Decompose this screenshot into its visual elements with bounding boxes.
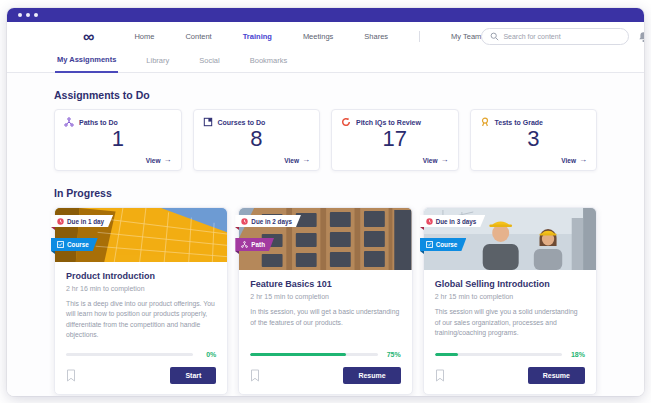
main-content: Assignments to Do Paths to Do 1 View → [7,73,644,396]
stat-count: 3 [480,127,588,150]
nav-item-training[interactable]: Training [243,32,272,41]
course-title[interactable]: Product Introduction [66,271,216,281]
course-duration: 2 hr 15 min to completion [435,293,585,300]
course-description: This is a deep dive into our product off… [66,299,216,341]
course-title[interactable]: Global Selling Introduction [435,279,585,289]
arrow-right-icon: → [164,156,172,164]
course-description: This session will give you a solid under… [435,307,585,339]
arrow-right-icon: → [441,156,449,164]
course-card-global-selling[interactable]: Due in 3 days Course Global Selling Intr… [423,207,597,395]
nav-divider [419,31,420,42]
ribbon-fold [51,251,55,254]
search-box[interactable] [481,28,629,45]
ribbon-fold [235,227,239,230]
tab-bookmarks[interactable]: Bookmarks [248,56,290,72]
nav-item-my-team[interactable]: My Team [451,32,481,41]
progress-track [435,353,562,356]
window-titlebar [7,8,644,22]
arrow-right-icon: → [302,156,310,164]
course-card-row: Due in 1 day Course Product Introduction… [54,207,597,396]
view-link[interactable]: View → [146,156,172,164]
path-type-badge: Path [235,238,274,251]
bookmark-icon[interactable] [66,369,76,382]
bookmark-icon[interactable] [250,369,260,382]
assignments-heading: Assignments to Do [54,89,597,101]
clock-icon [241,218,248,225]
ribbon-fold [51,227,55,230]
nav-right: AS Alexa [481,28,644,45]
refresh-icon [341,117,351,127]
progress-fill [435,353,458,356]
tab-my-assignments[interactable]: My Assignments [55,55,118,73]
progress-row: 0% [66,341,216,358]
stat-card-tests[interactable]: Tests to Grade 3 View → [470,109,598,171]
start-button[interactable]: Start [170,367,216,384]
course-card-product-introduction[interactable]: Due in 1 day Course Product Introduction… [54,207,228,395]
arrow-right-icon: → [579,156,587,164]
resume-button[interactable]: Resume [343,367,400,384]
course-card-feature-basics[interactable]: Due in 2 days Path Feature Basics 101 2 … [238,207,412,395]
stat-card-courses[interactable]: Courses to Do 8 View → [193,109,321,171]
stat-label: Paths to Do [79,119,118,126]
ribbon-fold [235,251,239,254]
progress-row: 18% [435,341,585,358]
tab-bar: My Assignments Library Social Bookmarks [7,51,644,73]
resume-button[interactable]: Resume [528,367,585,384]
ribbon-fold [420,227,424,230]
search-input[interactable] [503,33,620,40]
progress-fill [250,353,345,356]
stat-label: Tests to Grade [495,119,544,126]
due-badge: Due in 2 days [235,215,301,227]
view-link[interactable]: View → [561,156,587,164]
nav-item-shares[interactable]: Shares [364,32,388,41]
progress-percent: 75% [384,351,401,358]
tab-social[interactable]: Social [197,56,221,72]
due-badge: Due in 1 day [51,215,113,227]
course-icon [203,117,213,127]
notification-bell-icon[interactable] [638,31,644,43]
stat-card-row: Paths to Do 1 View → Courses to Do 8 [54,109,597,171]
nav-item-home[interactable]: Home [134,32,154,41]
ribbon-fold [420,251,424,254]
progress-track [250,353,377,356]
stat-card-paths[interactable]: Paths to Do 1 View → [54,109,182,171]
progress-percent: 0% [199,351,216,358]
progress-percent: 18% [568,351,585,358]
nav-item-meetings[interactable]: Meetings [303,32,333,41]
clock-icon [57,218,64,225]
brand-logo-icon[interactable]: ∞ [83,30,94,44]
course-type-badge: Course [420,238,467,251]
stat-count: 8 [203,127,311,150]
browser-window: ∞ Home Content Training Meetings Shares … [7,8,644,396]
stat-count: 1 [64,127,172,150]
tab-library[interactable]: Library [144,56,171,72]
nav-menu: Home Content Training Meetings Shares My… [134,31,481,42]
trophy-icon [480,117,490,127]
progress-row: 75% [250,341,400,358]
window-dot-icon[interactable] [26,13,30,17]
course-check-icon [57,241,64,248]
top-nav: ∞ Home Content Training Meetings Shares … [7,22,644,51]
nav-item-content[interactable]: Content [185,32,211,41]
view-link[interactable]: View → [423,156,449,164]
bookmark-icon[interactable] [435,369,445,382]
course-duration: 2 hr 16 min to completion [66,285,216,292]
view-link[interactable]: View → [284,156,310,164]
in-progress-heading: In Progress [54,187,597,199]
path-icon [64,117,74,127]
search-icon [490,32,499,41]
clock-icon [426,218,433,225]
stat-label: Courses to Do [218,119,266,126]
window-dot-icon[interactable] [34,13,38,17]
course-type-badge: Course [51,238,98,251]
progress-track [66,353,193,356]
course-check-icon [426,241,433,248]
course-duration: 2 hr 15 min to completion [250,293,400,300]
window-dot-icon[interactable] [18,13,22,17]
stat-label: Pitch IQs to Review [356,119,421,126]
path-branch-icon [241,241,248,248]
stat-card-pitch-iqs[interactable]: Pitch IQs to Review 17 View → [331,109,459,171]
course-title[interactable]: Feature Basics 101 [250,279,400,289]
stat-count: 17 [341,127,449,150]
course-description: In this session, you will get a basic un… [250,307,400,328]
